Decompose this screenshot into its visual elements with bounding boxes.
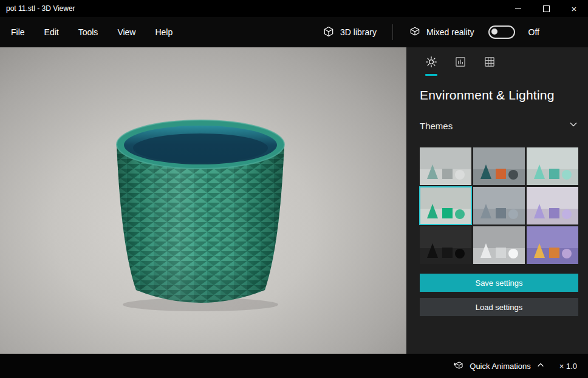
app-window: pot 11.stl - 3D Viewer × File Edit Tools…: [0, 0, 588, 378]
menu-tools[interactable]: Tools: [69, 17, 108, 47]
theme-thumbnail-9[interactable]: [527, 226, 578, 264]
mixed-reality-label: Mixed reality: [426, 27, 474, 37]
save-settings-button[interactable]: Save settings: [420, 274, 578, 292]
bottom-bar: Quick Animations × 1.0: [0, 354, 588, 378]
minimize-button[interactable]: [504, 0, 532, 17]
tab-underline: [425, 74, 437, 76]
cone-shape: [480, 204, 491, 218]
sphere-shape: [508, 209, 518, 219]
cube-icon: [323, 25, 335, 39]
tab-stats[interactable]: [449, 52, 472, 76]
sphere-shape: [508, 170, 518, 180]
sphere-shape: [455, 209, 465, 219]
theme-thumbnail-3[interactable]: [527, 147, 578, 185]
cone-shape: [534, 204, 545, 218]
chevron-down-icon: [569, 120, 578, 132]
cube-shape: [442, 248, 453, 258]
window-title: pot 11.stl - 3D Viewer: [0, 4, 504, 13]
cube-shape: [496, 248, 506, 258]
panel-tabs: [420, 52, 578, 76]
3d-model-pot[interactable]: [0, 47, 406, 354]
cone-shape: [480, 164, 491, 179]
playback-speed[interactable]: × 1.0: [559, 362, 577, 371]
grid-icon: [484, 56, 496, 70]
maximize-icon: [543, 5, 550, 12]
themes-grid: [420, 147, 578, 264]
cube-shape: [442, 169, 453, 179]
3d-viewport[interactable]: [0, 47, 406, 354]
close-icon: ×: [572, 4, 577, 13]
window-controls: ×: [504, 0, 588, 17]
menubar-right: 3D library Mixed reality Off: [323, 24, 588, 40]
cone-shape: [534, 243, 545, 258]
cone-shape: [480, 243, 491, 258]
sphere-shape: [562, 249, 572, 258]
cube-shape: [442, 208, 453, 218]
menu-bar: File Edit Tools View Help 3D library: [0, 17, 588, 47]
mixed-reality-group: Mixed reality Off: [409, 25, 539, 39]
stats-icon: [454, 56, 467, 70]
load-settings-button[interactable]: Load settings: [420, 298, 578, 316]
tab-underline: [454, 74, 467, 76]
theme-thumbnail-2[interactable]: [473, 147, 525, 185]
mixed-reality-state: Off: [528, 27, 539, 37]
menu-view[interactable]: View: [108, 17, 145, 47]
themes-section-header[interactable]: Themes: [420, 120, 578, 132]
sphere-shape: [455, 170, 465, 180]
animation-cube-icon: [453, 360, 464, 373]
menubar-divider: [392, 24, 393, 40]
menu-file[interactable]: File: [1, 17, 35, 47]
sun-icon: [425, 56, 437, 70]
main-menu: File Edit Tools View Help: [0, 17, 182, 47]
themes-label: Themes: [420, 121, 453, 131]
menu-help[interactable]: Help: [145, 17, 182, 47]
toggle-knob: [491, 29, 497, 35]
maximize-button[interactable]: [532, 0, 560, 17]
title-bar: pot 11.stl - 3D Viewer ×: [0, 0, 588, 17]
minimize-icon: [515, 8, 521, 9]
mixed-reality-toggle[interactable]: [488, 25, 515, 39]
3d-library-label: 3D library: [340, 27, 377, 37]
content-area: Environment & Lighting Themes Save setti…: [0, 47, 588, 354]
cone-shape: [427, 164, 438, 179]
3d-library-button[interactable]: 3D library: [323, 25, 377, 39]
sphere-shape: [508, 249, 518, 258]
tab-grid[interactable]: [478, 52, 501, 76]
cone-shape: [534, 164, 545, 179]
cone-shape: [427, 204, 438, 218]
chevron-up-icon: [536, 361, 545, 371]
sphere-shape: [562, 170, 572, 180]
theme-thumbnail-7[interactable]: [420, 226, 471, 264]
quick-animations-button[interactable]: Quick Animations: [453, 360, 544, 373]
cube-shape: [549, 248, 559, 258]
cube-shape: [496, 169, 506, 179]
theme-thumbnail-5[interactable]: [473, 187, 525, 224]
close-button[interactable]: ×: [560, 0, 588, 17]
menu-edit[interactable]: Edit: [35, 17, 69, 47]
theme-thumbnail-6[interactable]: [527, 187, 578, 224]
theme-thumbnail-8[interactable]: [473, 226, 525, 264]
cube-shape: [496, 208, 506, 218]
panel-title: Environment & Lighting: [420, 88, 578, 103]
cube-shape: [549, 169, 559, 179]
sphere-shape: [562, 209, 572, 219]
mixed-reality-icon: [409, 25, 421, 39]
settings-panel: Environment & Lighting Themes Save setti…: [406, 47, 588, 354]
tab-environment-lighting[interactable]: [420, 52, 443, 76]
quick-animations-label: Quick Animations: [470, 362, 530, 371]
sphere-shape: [455, 249, 465, 258]
cube-shape: [549, 208, 559, 218]
cone-shape: [427, 243, 438, 258]
theme-thumbnail-4[interactable]: [420, 187, 471, 224]
tab-underline: [484, 74, 496, 76]
theme-thumbnail-1[interactable]: [420, 147, 471, 185]
